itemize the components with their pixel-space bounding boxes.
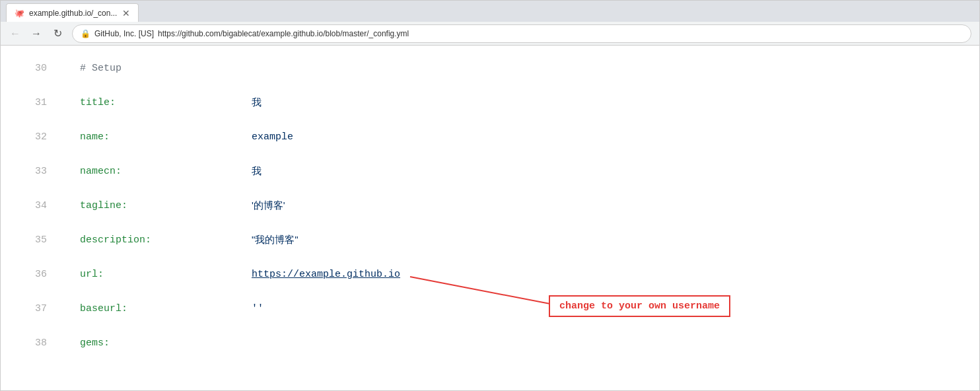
line-number: 37 <box>20 303 47 314</box>
line-number: 36 <box>20 269 47 280</box>
line-number: 38 <box>20 338 47 349</box>
code-value: "我的博客" <box>252 234 298 246</box>
code-key: gems: <box>80 338 252 349</box>
tab-close-button[interactable]: ✕ <box>122 9 130 18</box>
code-value: 我 <box>252 96 262 109</box>
code-key: namecn: <box>80 166 252 177</box>
browser-tab[interactable]: 🐙 example.github.io/_con... ✕ <box>6 3 139 22</box>
code-key: # Setup <box>80 63 122 74</box>
back-button[interactable]: ← <box>6 24 24 43</box>
code-key: baseurl: <box>80 303 252 314</box>
table-row: 32 name: example <box>1 120 979 154</box>
table-row: 30 # Setup <box>1 51 979 85</box>
code-key: tagline: <box>80 200 252 211</box>
code-value: '的博客' <box>252 199 285 212</box>
code-key: description: <box>80 234 252 246</box>
table-row: 34 tagline: '的博客' <box>1 188 979 223</box>
nav-bar: ← → ↻ 🔒 GitHub, Inc. [US] https://github… <box>1 22 979 46</box>
forward-button[interactable]: → <box>27 24 46 43</box>
code-view: 30 # Setup 31 title: 我 32 name: example … <box>1 46 979 390</box>
code-value: https://example.github.io <box>252 269 400 280</box>
table-row: 35 description: "我的博客" <box>1 223 979 257</box>
table-row: 33 namecn: 我 <box>1 154 979 188</box>
address-bar[interactable]: 🔒 GitHub, Inc. [US] https://github.com/b… <box>72 24 971 43</box>
line-number: 35 <box>20 234 47 246</box>
table-row: 37 baseurl: '' change to your own userna… <box>1 291 979 326</box>
line-number: 30 <box>20 63 47 74</box>
callout-annotation: change to your own username <box>549 295 730 317</box>
code-value: 我 <box>252 165 262 178</box>
lock-icon: 🔒 <box>81 29 90 38</box>
line-number: 33 <box>20 166 47 177</box>
tab-favicon: 🐙 <box>15 9 24 18</box>
code-key: name: <box>80 131 252 143</box>
code-value: example <box>252 131 293 143</box>
org-name: GitHub, Inc. [US] <box>94 29 154 38</box>
table-row: 31 title: 我 <box>1 85 979 120</box>
line-number: 31 <box>20 97 47 108</box>
table-row: 38 gems: <box>1 326 979 360</box>
line-number: 34 <box>20 200 47 211</box>
address-text: https://github.com/bigablecat/example.gi… <box>158 29 963 38</box>
line-number: 32 <box>20 131 47 143</box>
code-key: title: <box>80 97 252 108</box>
tab-title: example.github.io/_con... <box>29 9 117 18</box>
code-key: url: <box>80 269 252 280</box>
code-value: '' <box>252 303 263 314</box>
table-row: 36 url: https://example.github.io <box>1 257 979 291</box>
reload-button[interactable]: ↻ <box>48 24 67 43</box>
content-area: 30 # Setup 31 title: 我 32 name: example … <box>1 46 979 390</box>
tab-bar: 🐙 example.github.io/_con... ✕ <box>1 1 979 22</box>
browser-frame: 🐙 example.github.io/_con... ✕ ← → ↻ 🔒 Gi… <box>0 0 980 391</box>
